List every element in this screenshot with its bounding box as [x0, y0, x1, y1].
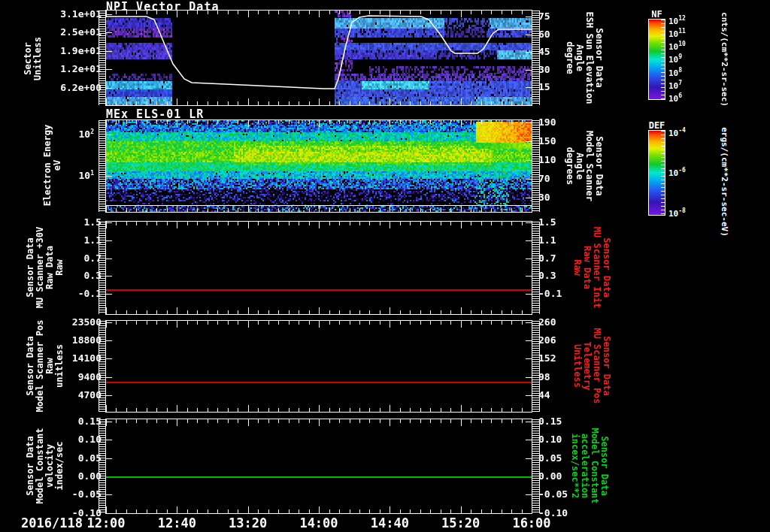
y-axis-label-left-line: unitless — [55, 320, 65, 413]
y-tick-label-right: 190 — [538, 117, 599, 128]
x-minor-ticks-bottom — [106, 509, 532, 513]
colorbar-tick-label-exp: 11 — [678, 28, 686, 35]
colorbar-tick-label-base: 10 — [668, 17, 678, 26]
y-major-tick-mark — [106, 440, 112, 440]
y-major-tick-mark — [526, 198, 532, 198]
y-axis-label-right-line: Telemetry — [582, 328, 592, 404]
colorbar-tick-label-exp: 10 — [678, 41, 686, 47]
data-line-mu_scanner — [106, 289, 532, 291]
colorbar-tick-label-base: 10 — [668, 128, 678, 138]
y-major-tick-mark — [106, 69, 112, 70]
colorbar-tick-label: 1012 — [668, 17, 706, 26]
y-major-tick-mark — [526, 440, 532, 440]
y-axis-label-right-line: Angle — [574, 131, 584, 201]
y-tick-label-right: 260 — [538, 317, 599, 328]
y-axis-label-right: Sensor DataMU Scanner PosTelemetryUnitle… — [572, 328, 611, 404]
data-line-scanner_pos — [106, 382, 532, 383]
y-major-tick-mark — [106, 135, 112, 135]
colorbar-tick-label-base: 10 — [668, 55, 678, 65]
y-axis-label-right-line: degree — [565, 12, 574, 104]
colorbar-tick-label: 10-6 — [668, 168, 706, 178]
panel-title-npi: NPI Vector Data — [106, 0, 219, 14]
y-minor-ticks-left — [99, 120, 106, 212]
x-axis-tick-label: 14:40 — [363, 515, 416, 530]
y-major-tick-mark — [106, 322, 112, 323]
y-major-tick-mark — [106, 340, 112, 341]
x-axis-tick-label: 16:00 — [505, 515, 558, 530]
colorbar-unit-label-line: cnts/(cm**2-sr-sec) — [720, 12, 729, 107]
x-axis-tick-label: 12:40 — [150, 515, 203, 530]
y-major-tick-mark — [526, 122, 532, 123]
y-major-tick-mark — [526, 513, 532, 514]
y-major-tick-mark — [106, 294, 112, 295]
y-major-tick-mark — [106, 240, 112, 241]
y-tick-label-left: 1.2e+01 — [41, 64, 102, 74]
y-axis-label-right-line: degrees — [565, 131, 574, 201]
x-minor-ticks-bottom — [106, 310, 532, 314]
y-major-tick-mark — [106, 494, 112, 495]
y-axis-label-right-line: ESH Sun Elevation — [584, 12, 594, 104]
panel-title-els: MEx ELS-01 LR — [106, 107, 204, 121]
y-major-tick-mark — [526, 35, 532, 35]
colorbar-tick-label: 1010 — [668, 42, 706, 52]
colorbar-tick-label: 109 — [668, 55, 706, 65]
x-axis-date-label: 2016/118 — [21, 515, 83, 530]
panel-velocity-plotbox — [106, 419, 532, 513]
x-minor-ticks-top — [106, 419, 532, 423]
y-axis-label-right: Sensor DataModel ScannerAngledegrees — [565, 131, 604, 201]
y-axis-label-right-line: Unitless — [572, 328, 582, 404]
y-major-tick-mark — [526, 358, 532, 359]
y-axis-label-left-line: eV — [53, 125, 62, 206]
y-axis-label-right-line: Sensor Data — [602, 328, 611, 404]
sun-elevation-overlay-line — [106, 11, 532, 105]
y-axis-label-right-line: incex/sec**2 — [570, 428, 580, 503]
y-tick-label-left: 2.5e+01 — [41, 27, 102, 38]
y-axis-label-left-line: index/sec — [55, 428, 65, 503]
y-major-tick-mark — [526, 494, 532, 495]
y-tick-label-left-pow-exp: 1 — [90, 170, 94, 177]
colorbar-minor-ticks — [661, 131, 665, 215]
y-tick-label-left: 0.15 — [41, 416, 102, 427]
colorbar-nf — [649, 20, 665, 99]
x-minor-ticks-top — [106, 321, 532, 325]
y-major-tick-mark — [106, 32, 112, 33]
panel-npi-plotbox — [106, 11, 532, 105]
y-major-tick-mark — [106, 395, 112, 396]
colorbar-tick-label-base: 10 — [668, 94, 678, 104]
colorbar-title-nf: NF — [643, 9, 671, 20]
y-major-tick-mark — [526, 340, 532, 341]
colorbar-unit-label: ergs/(cm**2-sr-sec-eV) — [720, 127, 729, 237]
panel-mu_scanner-plotbox — [106, 222, 532, 314]
y-major-tick-mark — [526, 422, 532, 422]
y-major-tick-mark — [106, 51, 112, 52]
colorbar-tick-label-exp: 7 — [678, 80, 682, 86]
y-tick-label-left: 6.2e+00 — [41, 83, 102, 93]
y-axis-label-left: Sensor DataMU Scanner +30VRaw DataRaw — [26, 227, 65, 308]
y-axis-label-right-line: Model Constant — [590, 428, 599, 503]
y-major-tick-mark — [526, 70, 532, 71]
science-plot-figure: 3.1e+012.5e+011.9e+011.2e+016.2e+0075604… — [0, 0, 770, 532]
colorbar-tick-label-exp: -8 — [678, 207, 686, 214]
y-axis-label-right-line: Sensor Data — [594, 12, 604, 104]
colorbar-tick-label: 10-4 — [668, 128, 706, 138]
y-major-tick-mark — [106, 222, 112, 223]
y-axis-label-right-line: Sensor Data — [599, 428, 609, 503]
panel-scanner_pos-plotbox — [106, 321, 532, 412]
y-axis-label-left: Sensor DataModel Scanner PosRawunitless — [26, 320, 65, 413]
y-tick-label-left: 1.9e+01 — [41, 46, 102, 56]
y-axis-label-right-line: Model Scanner — [584, 131, 594, 201]
y-major-tick-mark — [106, 358, 112, 359]
y-major-tick-mark — [526, 87, 532, 88]
y-major-tick-mark — [526, 240, 532, 241]
y-major-tick-mark — [106, 513, 112, 514]
y-major-tick-mark — [526, 322, 532, 323]
y-axis-label-right: Sensor DataModel Constantaccelerationinc… — [570, 428, 609, 503]
colorbar-tick-label-exp: 9 — [678, 53, 682, 60]
x-axis-tick-label: 14:00 — [293, 515, 345, 530]
y-axis-label-right-line: Sensor Data — [602, 227, 611, 308]
panel-els-spectrogram — [106, 120, 532, 212]
colorbar-tick-label-exp: 6 — [678, 92, 682, 99]
y-axis-label-right-line: Raw — [572, 227, 582, 308]
y-axis-label-right-line: MU Scanner Init — [592, 227, 602, 308]
y-major-tick-mark — [106, 258, 112, 259]
